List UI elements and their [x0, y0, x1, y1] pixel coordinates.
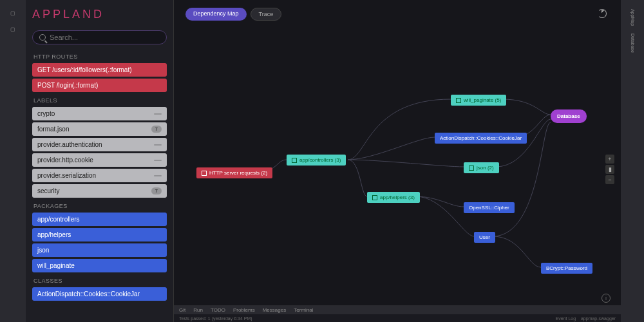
label-text: format.json — [37, 126, 69, 133]
graph-node-json[interactable]: json (2) — [464, 162, 499, 173]
main-canvas-area: Dependency Map Trace HTTP server request… — [174, 0, 621, 322]
app-logo: APPLAND — [32, 8, 167, 21]
node-label: json (2) — [477, 165, 494, 171]
rail-item[interactable]: ▢ — [10, 26, 16, 32]
zoom-out-button[interactable]: − — [605, 175, 614, 184]
search-icon — [39, 34, 46, 41]
class-label: ActionDispatch::Cookies::CookieJar — [37, 290, 140, 298]
label-text: security — [37, 187, 59, 194]
label-item[interactable]: security7 — [32, 184, 167, 198]
label-count: 7 — [151, 126, 162, 133]
status-appmap[interactable]: appmap-swagger — [581, 316, 616, 321]
graph-node-will[interactable]: will_paginate (5) — [451, 95, 506, 106]
zoom-in-button[interactable]: + — [605, 155, 614, 164]
status-left: Tests passed: 1 (yesterday 6:34 PM) — [179, 316, 252, 321]
class-item[interactable]: ActionDispatch::Cookies::CookieJar — [32, 287, 167, 301]
label-text: provider.authentication — [37, 141, 102, 148]
label-item[interactable]: format.json7 — [32, 122, 167, 136]
section-header-classes: CLASSES — [33, 278, 167, 284]
label-count — [154, 113, 162, 115]
expand-icon — [292, 158, 297, 163]
label-count — [154, 144, 162, 146]
node-label: User — [479, 234, 490, 240]
expand-icon — [202, 171, 207, 176]
section-header-routes: HTTP ROUTES — [33, 53, 167, 60]
status-bar: Tests passed: 1 (yesterday 6:34 PM) Even… — [174, 314, 621, 322]
toolbar-item[interactable]: Messages — [263, 307, 286, 313]
zoom-slider[interactable]: ▮ — [605, 165, 614, 174]
toolbar-item[interactable]: Run — [193, 307, 203, 313]
label-item[interactable]: provider.http.cookie — [32, 153, 167, 167]
package-item[interactable]: app/controllers — [32, 213, 167, 226]
zoom-controls: + ▮ − — [605, 155, 614, 184]
graph-node-http[interactable]: HTTP server requests (2) — [196, 167, 272, 178]
sidebar: APPLAND HTTP ROUTES GET /users/:id/follo… — [26, 0, 174, 322]
toolbar-item[interactable]: Problems — [233, 307, 255, 313]
right-tool-rail: AppMap Database — [621, 0, 644, 322]
expand-icon — [469, 166, 474, 171]
toolbar-item[interactable]: Terminal — [294, 307, 313, 313]
dependency-canvas[interactable]: HTTP server requests (2)app/controllers … — [174, 0, 621, 322]
label-count — [154, 175, 162, 176]
graph-node-cipher[interactable]: OpenSSL::Cipher — [464, 202, 515, 213]
node-label: ActionDispatch::Cookies::CookieJar — [440, 135, 522, 141]
node-label: HTTP server requests (2) — [209, 170, 267, 176]
expand-icon — [456, 98, 461, 103]
package-label: json — [37, 247, 49, 254]
node-label: will_paginate (5) — [464, 97, 501, 103]
section-header-packages: PACKAGES — [33, 203, 167, 209]
route-item[interactable]: GET /users/:id/followers(.:format) — [32, 63, 167, 77]
section-header-labels: LABELS — [33, 97, 167, 104]
rail-database[interactable]: Database — [630, 33, 635, 53]
package-label: app/helpers — [37, 231, 71, 238]
label-text: provider.serialization — [37, 172, 96, 179]
label-item[interactable]: crypto — [32, 107, 167, 120]
package-item[interactable]: json — [32, 243, 167, 257]
expand-icon — [372, 195, 377, 200]
search-input[interactable] — [50, 33, 160, 41]
rail-appmap[interactable]: AppMap — [630, 9, 635, 26]
node-label: app/controllers (3) — [299, 157, 341, 163]
package-label: app/controllers — [37, 216, 80, 223]
bottom-toolbar: Git Run TODO Problems Messages Terminal — [174, 305, 621, 314]
route-label: GET /users/:id/followers(.:format) — [37, 66, 132, 73]
graph-node-ctrl[interactable]: app/controllers (3) — [287, 155, 346, 166]
node-label: BCrypt::Password — [546, 265, 587, 271]
node-label: OpenSSL::Cipher — [469, 205, 509, 211]
toolbar-item[interactable]: TODO — [211, 307, 225, 313]
status-event-log[interactable]: Event Log — [556, 316, 576, 321]
route-item[interactable]: POST /login(.:format) — [32, 79, 167, 92]
graph-node-help[interactable]: app/helpers (3) — [367, 192, 420, 203]
route-label: POST /login(.:format) — [37, 82, 98, 89]
node-label: Database — [557, 113, 580, 119]
label-count — [154, 160, 162, 161]
package-item[interactable]: will_paginate — [32, 259, 167, 272]
node-label: app/helpers (3) — [380, 194, 415, 200]
toolbar-item[interactable]: Git — [179, 307, 185, 313]
search-box[interactable] — [32, 30, 167, 44]
label-text: provider.http.cookie — [37, 156, 93, 164]
package-label: will_paginate — [37, 262, 75, 269]
label-text: crypto — [37, 110, 55, 117]
graph-node-cookie[interactable]: ActionDispatch::Cookies::CookieJar — [435, 133, 527, 144]
label-item[interactable]: provider.authentication — [32, 138, 167, 151]
label-item[interactable]: provider.serialization — [32, 169, 167, 182]
label-count: 7 — [151, 187, 162, 194]
info-icon[interactable]: i — [601, 294, 611, 303]
graph-node-bcrypt[interactable]: BCrypt::Password — [541, 263, 592, 274]
rail-item[interactable]: ▢ — [10, 10, 16, 16]
left-tool-rail: ▢ ▢ — [0, 0, 26, 322]
graph-node-user[interactable]: User — [474, 232, 495, 243]
package-item[interactable]: app/helpers — [32, 228, 167, 242]
graph-node-db[interactable]: Database — [551, 109, 587, 123]
